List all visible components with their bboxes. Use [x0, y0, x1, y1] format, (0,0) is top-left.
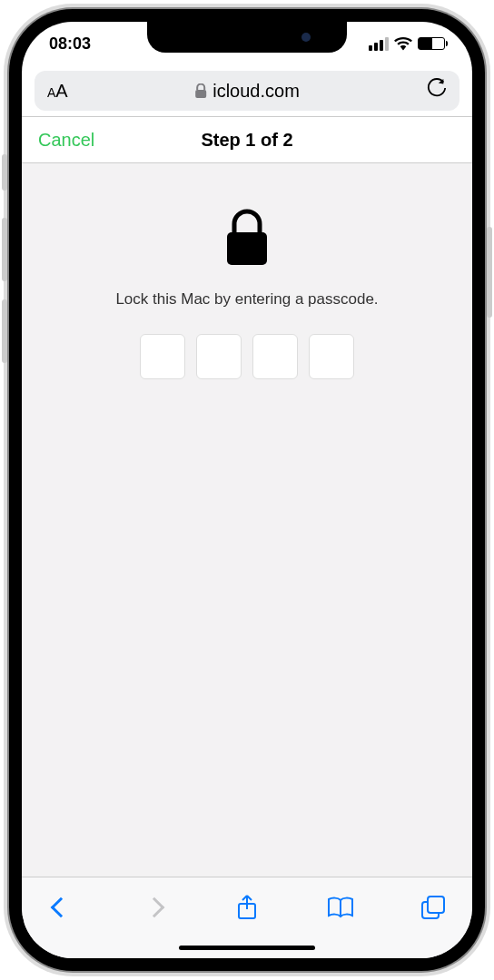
text-size-button[interactable]: AA [47, 81, 68, 102]
phone-screen: 08:03 AA icloud.com [22, 22, 472, 958]
chevron-left-icon [51, 897, 72, 917]
cancel-button[interactable]: Cancel [22, 130, 94, 151]
home-indicator-area [22, 936, 472, 958]
main-content: Lock this Mac by entering a passcode. [22, 163, 472, 877]
url-text: icloud.com [212, 81, 300, 102]
passcode-digit-3[interactable] [252, 334, 298, 379]
power-button [487, 227, 492, 318]
reload-icon [427, 78, 447, 98]
passcode-digit-2[interactable] [196, 334, 242, 379]
chevron-right-icon [143, 897, 164, 917]
reload-button[interactable] [427, 78, 447, 103]
battery-icon [418, 37, 445, 50]
page-nav-header: Cancel Step 1 of 2 [22, 116, 472, 163]
home-indicator[interactable] [179, 946, 315, 950]
front-camera [301, 33, 311, 42]
forward-button [141, 894, 168, 921]
passcode-digit-1[interactable] [140, 334, 185, 379]
passcode-input-row [140, 334, 354, 379]
back-button[interactable] [47, 894, 74, 921]
safari-toolbar [22, 877, 472, 936]
cellular-signal-icon [369, 37, 389, 51]
lock-icon [194, 83, 207, 98]
bookmarks-button[interactable] [327, 894, 354, 921]
url-display[interactable]: icloud.com [194, 81, 300, 102]
instruction-text: Lock this Mac by entering a passcode. [115, 290, 378, 309]
svg-rect-4 [428, 897, 444, 913]
share-button[interactable] [233, 894, 261, 921]
book-icon [327, 897, 354, 918]
share-icon [236, 895, 258, 920]
page-title: Step 1 of 2 [201, 130, 292, 151]
svg-rect-1 [227, 232, 267, 265]
tabs-button[interactable] [420, 894, 447, 921]
status-time: 08:03 [49, 34, 91, 54]
passcode-digit-4[interactable] [309, 334, 354, 379]
notch [147, 22, 347, 53]
status-right [369, 36, 445, 51]
silent-switch [2, 154, 7, 191]
wifi-icon [394, 36, 412, 51]
volume-down-button [2, 299, 7, 363]
phone-chassis: 08:03 AA icloud.com [9, 9, 485, 971]
safari-url-bar[interactable]: AA icloud.com [35, 71, 459, 111]
tabs-icon [421, 896, 445, 919]
svg-rect-0 [195, 90, 206, 98]
lock-large-icon [222, 209, 272, 267]
volume-up-button [2, 218, 7, 281]
